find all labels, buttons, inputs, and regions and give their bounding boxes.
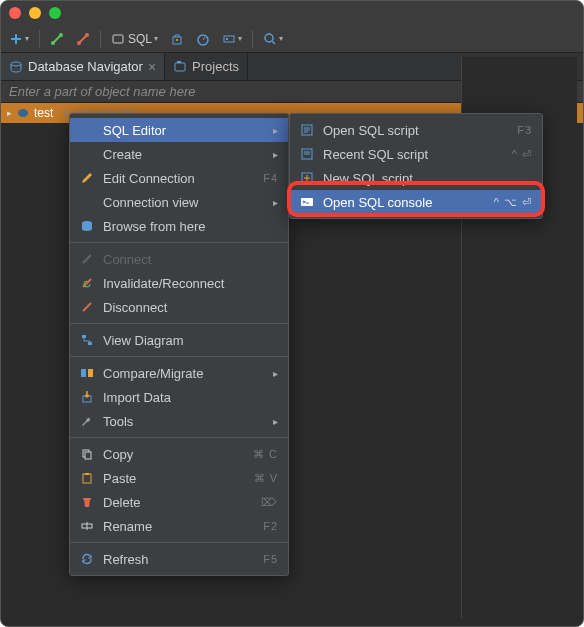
- svg-point-14: [18, 109, 28, 117]
- menu-tools[interactable]: Tools▸: [70, 409, 288, 433]
- pencil-icon: [78, 170, 96, 186]
- search-button[interactable]: ▾: [259, 29, 287, 49]
- compare-icon: [78, 365, 96, 381]
- menu-edit-connection[interactable]: Edit ConnectionF4: [70, 166, 288, 190]
- window-titlebar: [1, 1, 583, 25]
- paste-icon: [78, 470, 96, 486]
- database-icon: [9, 60, 23, 74]
- window-close-button[interactable]: [9, 7, 21, 19]
- svg-point-11: [11, 62, 21, 66]
- menu-invalidate[interactable]: Invalidate/Reconnect: [70, 271, 288, 295]
- svg-rect-8: [224, 36, 234, 42]
- plug-refresh-icon: [78, 275, 96, 291]
- svg-rect-25: [83, 498, 91, 500]
- diagram-icon: [78, 332, 96, 348]
- expand-icon[interactable]: ▸: [7, 108, 12, 118]
- submenu-sql-editor: Open SQL scriptF3 Recent SQL script^ ⏎ N…: [289, 113, 543, 219]
- main-toolbar: ▾ SQL▾ ▾ ▾: [1, 25, 583, 53]
- window-minimize-button[interactable]: [29, 7, 41, 19]
- plug-icon: [78, 251, 96, 267]
- svg-rect-24: [85, 473, 89, 475]
- submenu-open-sql-console[interactable]: Open SQL console^ ⌥ ⏎: [290, 190, 542, 214]
- dashboard-button[interactable]: [192, 29, 214, 49]
- menu-refresh[interactable]: RefreshF5: [70, 547, 288, 571]
- tab-label: Database Navigator: [28, 59, 143, 74]
- plug-x-icon: [78, 299, 96, 315]
- app-window: ▾ SQL▾ ▾ ▾ Database N: [0, 0, 584, 627]
- menu-browse-from-here[interactable]: Browse from here: [70, 214, 288, 238]
- svg-rect-22: [85, 452, 91, 459]
- svg-rect-30: [301, 198, 313, 206]
- svg-rect-19: [88, 369, 93, 377]
- console-icon: [298, 194, 316, 210]
- refresh-icon: [78, 551, 96, 567]
- window-zoom-button[interactable]: [49, 7, 61, 19]
- trash-icon: [78, 494, 96, 510]
- menu-connection-view[interactable]: Connection view▸: [70, 190, 288, 214]
- sql-script-icon: [298, 146, 316, 162]
- copy-icon: [78, 446, 96, 462]
- rename-icon: [78, 518, 96, 534]
- import-icon: [78, 389, 96, 405]
- context-menu: SQL Editor▸ Create▸ Edit ConnectionF4 Co…: [69, 113, 289, 576]
- svg-rect-9: [226, 38, 228, 40]
- menu-copy[interactable]: Copy⌘ C: [70, 442, 288, 466]
- sql-script-icon: [298, 122, 316, 138]
- search-placeholder: Enter a part of object name here: [9, 84, 195, 99]
- commit-button[interactable]: [166, 29, 188, 49]
- menu-paste[interactable]: Paste⌘ V: [70, 466, 288, 490]
- svg-rect-4: [113, 35, 123, 43]
- menu-sql-editor[interactable]: SQL Editor▸: [70, 118, 288, 142]
- svg-rect-16: [82, 335, 86, 338]
- menu-create[interactable]: Create▸: [70, 142, 288, 166]
- close-icon[interactable]: ×: [148, 59, 156, 75]
- db-name: test: [34, 106, 53, 120]
- tab-database-navigator[interactable]: Database Navigator ×: [1, 53, 165, 80]
- menu-delete[interactable]: Delete⌦: [70, 490, 288, 514]
- menu-view-diagram[interactable]: View Diagram: [70, 328, 288, 352]
- svg-rect-23: [83, 474, 91, 483]
- svg-point-2: [85, 33, 89, 37]
- menu-compare[interactable]: Compare/Migrate▸: [70, 361, 288, 385]
- menu-disconnect[interactable]: Disconnect: [70, 295, 288, 319]
- submenu-recent-sql-script[interactable]: Recent SQL script^ ⏎: [290, 142, 542, 166]
- svg-point-6: [176, 39, 178, 41]
- sql-label: SQL: [128, 32, 152, 46]
- postgres-icon: [16, 106, 30, 120]
- connect-button[interactable]: [46, 29, 68, 49]
- svg-point-0: [59, 33, 63, 37]
- disconnect-button[interactable]: [72, 29, 94, 49]
- tab-projects[interactable]: Projects: [165, 53, 248, 80]
- svg-point-10: [265, 34, 273, 42]
- sql-editor-toolbar-button[interactable]: SQL▾: [107, 29, 162, 49]
- svg-point-1: [51, 41, 55, 45]
- driver-button[interactable]: ▾: [218, 29, 246, 49]
- new-connection-button[interactable]: ▾: [5, 29, 33, 49]
- svg-rect-18: [81, 369, 86, 377]
- menu-rename[interactable]: RenameF2: [70, 514, 288, 538]
- menu-connect: Connect: [70, 247, 288, 271]
- sql-script-icon: [298, 170, 316, 186]
- svg-rect-12: [175, 63, 185, 71]
- submenu-open-sql-script[interactable]: Open SQL scriptF3: [290, 118, 542, 142]
- menu-import-data[interactable]: Import Data: [70, 385, 288, 409]
- submenu-new-sql-script[interactable]: New SQL script: [290, 166, 542, 190]
- projects-icon: [173, 60, 187, 74]
- svg-point-3: [77, 41, 81, 45]
- database-icon: [78, 218, 96, 234]
- tab-label: Projects: [192, 59, 239, 74]
- wrench-icon: [78, 413, 96, 429]
- svg-rect-17: [88, 342, 92, 345]
- svg-rect-13: [177, 61, 181, 63]
